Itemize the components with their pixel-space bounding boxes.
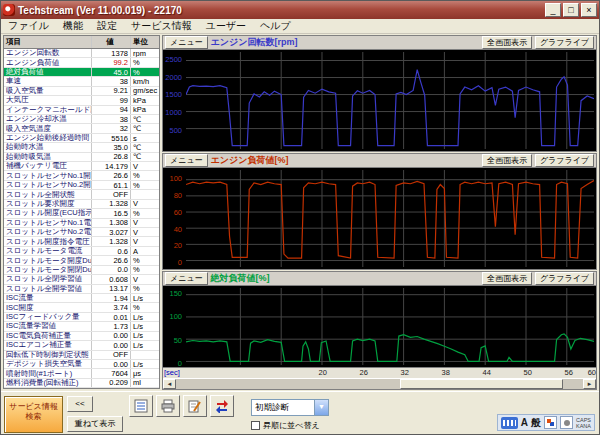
kana-indicator[interactable]: KANA bbox=[576, 423, 591, 429]
ime-conversion-mode-button[interactable]: 般 bbox=[531, 415, 541, 430]
table-row[interactable]: 燃料消費量(回転補正)0.209ml bbox=[4, 379, 159, 388]
row-unit: L/s bbox=[131, 313, 159, 321]
table-row[interactable]: 始動時水温35.0℃ bbox=[4, 143, 159, 152]
x-axis-unit-label: [sec] bbox=[163, 368, 186, 378]
edit-icon bbox=[188, 399, 202, 413]
table-row[interactable]: エンジン冷却水温38℃ bbox=[4, 115, 159, 124]
row-item-label: 吸入空気温度 bbox=[4, 124, 92, 132]
table-row[interactable]: 補機バッテリ電圧14.179V bbox=[4, 162, 159, 171]
table-row[interactable]: スロットルモータ電流0.6A bbox=[4, 247, 159, 256]
close-button[interactable]: × bbox=[581, 3, 597, 17]
table-row[interactable]: ISC流量1.94L/s bbox=[4, 294, 159, 303]
table-row[interactable]: ISC流量学習値1.73L/s bbox=[4, 322, 159, 331]
graph-live-button[interactable]: グラフライブ bbox=[535, 154, 594, 167]
data-list-panel: 項目 値 単位 エンジン回転数1378rpmエンジン負荷値99.2%絶対負荷値4… bbox=[3, 35, 160, 389]
fullscreen-button[interactable]: 全画面表示 bbox=[482, 36, 532, 49]
x-axis-tick: 50 bbox=[523, 368, 531, 378]
table-row[interactable]: スロットルモータ開度Duty26.6% bbox=[4, 256, 159, 265]
ime-tools-icon[interactable] bbox=[560, 416, 573, 429]
chart-menu-button[interactable]: メニュー bbox=[165, 272, 208, 285]
chart-title: エンジン回転数[rpm] bbox=[211, 36, 298, 49]
row-item-label: 始動時吸気温 bbox=[4, 153, 92, 161]
table-row[interactable]: デポジット損失空気量0.00L/s bbox=[4, 360, 159, 369]
service-info-search-button[interactable]: サービス情報 検索 bbox=[4, 396, 63, 433]
row-unit: rpm bbox=[131, 49, 159, 57]
menu-item[interactable]: ユーザー bbox=[199, 19, 253, 33]
chart-header: メニュー エンジン負荷値[%] 全画面表示 グラフライブ bbox=[163, 154, 596, 168]
scrollbar-track[interactable] bbox=[176, 379, 583, 389]
sort-ascending-checkbox[interactable] bbox=[251, 421, 260, 430]
row-unit: μs bbox=[131, 369, 159, 377]
time-scrollbar[interactable]: ◄ ► bbox=[163, 378, 596, 389]
collapse-panel-button[interactable]: << bbox=[67, 396, 93, 412]
data-list-icon-button[interactable] bbox=[129, 395, 153, 417]
table-row[interactable]: 車速38km/h bbox=[4, 77, 159, 86]
table-row[interactable]: スロットル全閉学習値0.608V bbox=[4, 275, 159, 284]
record-playback-icon-button[interactable] bbox=[210, 395, 234, 417]
chart-menu-button[interactable]: メニュー bbox=[165, 154, 208, 167]
scroll-left-icon[interactable]: ◄ bbox=[163, 379, 176, 389]
row-value: 0.0 bbox=[92, 266, 131, 274]
table-row[interactable]: スロットルモータ開閉Duty0.0% bbox=[4, 266, 159, 275]
edit-note-icon-button[interactable] bbox=[183, 395, 207, 417]
row-unit: L/s bbox=[131, 360, 159, 368]
table-row[interactable]: 始動時吸気温26.8℃ bbox=[4, 153, 159, 162]
table-row[interactable]: スロットルセンサNo.1開度26.6% bbox=[4, 171, 159, 180]
table-row[interactable]: スロットル要求開度1.328V bbox=[4, 200, 159, 209]
table-row[interactable]: 噴射時間(#1ポート)7604μs bbox=[4, 369, 159, 378]
row-value: 1.328 bbox=[92, 237, 131, 245]
chart-plot-area[interactable]: 020406080100 bbox=[163, 168, 596, 269]
keyboard-icon[interactable] bbox=[501, 417, 518, 429]
chart-plot-area[interactable]: 5001000150020002500 bbox=[163, 50, 596, 151]
row-unit bbox=[131, 190, 159, 198]
fullscreen-button[interactable]: 全画面表示 bbox=[482, 154, 532, 167]
table-row[interactable]: ISC開度3.74% bbox=[4, 303, 159, 312]
diagnosis-mode-combobox[interactable]: 初期診断 ▼ bbox=[251, 399, 329, 416]
table-row[interactable]: インテークマニホールド圧94kPa bbox=[4, 106, 159, 115]
scroll-right-icon[interactable]: ► bbox=[583, 379, 596, 389]
print-icon-button[interactable] bbox=[156, 395, 180, 417]
row-value: 32 bbox=[92, 124, 131, 132]
table-row[interactable]: ISC電気負荷補正量0.00L/s bbox=[4, 332, 159, 341]
table-row[interactable]: 回転低下時制御判定状態OFF bbox=[4, 351, 159, 360]
scrollbar-thumb[interactable] bbox=[400, 379, 563, 389]
table-row[interactable]: スロットル全開状態OFF bbox=[4, 190, 159, 199]
graph-live-button[interactable]: グラフライブ bbox=[535, 272, 594, 285]
table-row[interactable]: ISCフィードバック量0.01L/s bbox=[4, 313, 159, 322]
overlay-display-button[interactable]: 重ねて表示 bbox=[67, 416, 123, 432]
menu-item[interactable]: 機能 bbox=[56, 19, 90, 33]
table-row[interactable]: 吸入空気温度32℃ bbox=[4, 124, 159, 133]
chart-plot-area[interactable]: 050100150 bbox=[163, 286, 596, 367]
ime-pad-icon[interactable] bbox=[544, 416, 557, 429]
menu-item[interactable]: ヘルプ bbox=[253, 19, 298, 33]
table-row[interactable]: スロットル開度(ECU指示値)16.5% bbox=[4, 209, 159, 218]
menu-item[interactable]: 設定 bbox=[90, 19, 124, 33]
row-value: 14.179 bbox=[92, 162, 131, 170]
row-value: OFF bbox=[92, 190, 131, 198]
table-row[interactable]: エンジン回転数1378rpm bbox=[4, 49, 159, 58]
menu-bar: ファイル機能設定サービス情報ユーザーヘルプ bbox=[1, 19, 599, 34]
chart-panel-absolute-load: メニュー 絶対負荷値[%] 全画面表示 グラフライブ 050100150 [se… bbox=[162, 271, 597, 390]
table-row[interactable]: スロットルセンサNo.1電圧1.308V bbox=[4, 219, 159, 228]
table-row[interactable]: スロットルセンサNo.2電圧3.027V bbox=[4, 228, 159, 237]
table-row[interactable]: スロットルセンサNo.2開度61.1% bbox=[4, 181, 159, 190]
chart-menu-button[interactable]: メニュー bbox=[165, 36, 208, 49]
table-row[interactable]: エンジン始動後経過時間5516s bbox=[4, 134, 159, 143]
table-row[interactable]: ISCエアコン補正量0.00L/s bbox=[4, 341, 159, 350]
table-row[interactable]: 吸入空気量9.21gm/sec bbox=[4, 87, 159, 96]
table-row[interactable]: 大気圧99kPa bbox=[4, 96, 159, 105]
row-value: 26.6 bbox=[92, 171, 131, 179]
menu-item[interactable]: ファイル bbox=[1, 19, 56, 33]
table-row[interactable]: スロットル開度指令電圧1.328V bbox=[4, 237, 159, 246]
table-row[interactable]: スロットル全開学習値13.17% bbox=[4, 285, 159, 294]
table-row[interactable]: エンジン負荷値99.2% bbox=[4, 58, 159, 67]
menu-item[interactable]: サービス情報 bbox=[124, 19, 199, 33]
graph-live-button[interactable]: グラフライブ bbox=[535, 36, 594, 49]
table-row[interactable]: 絶対負荷値45.0% bbox=[4, 68, 159, 77]
fullscreen-button[interactable]: 全画面表示 bbox=[482, 272, 532, 285]
ime-input-mode-button[interactable]: A bbox=[521, 415, 528, 430]
maximize-button[interactable]: □ bbox=[563, 3, 579, 17]
minimize-button[interactable]: _ bbox=[545, 3, 561, 17]
chevron-down-icon[interactable]: ▼ bbox=[314, 399, 329, 416]
combobox-value[interactable]: 初期診断 bbox=[251, 399, 314, 416]
